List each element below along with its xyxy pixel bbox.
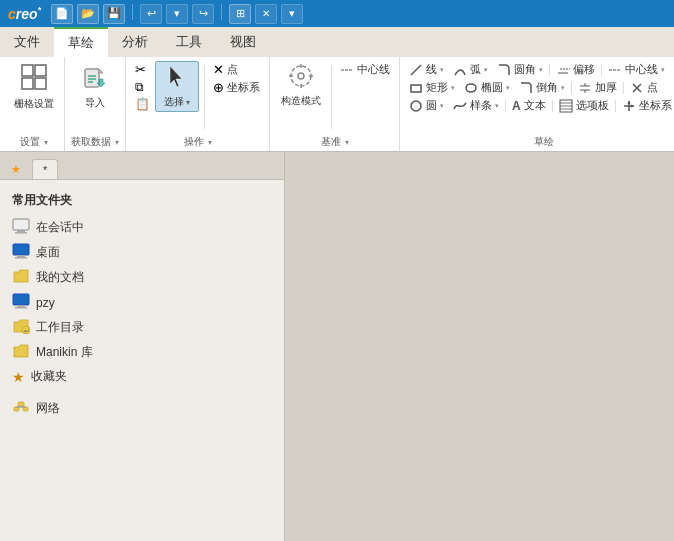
redo-button[interactable]: ↪ — [192, 4, 214, 24]
tab-label: * — [43, 164, 47, 176]
title-bar: creo* 📄 📂 💾 ↩ ▾ ↪ ⊞ ✕ ▾ — [0, 0, 674, 27]
ops-right-col: ✕ 点 ⊕ 坐标系 — [210, 61, 263, 96]
import-dropdown-arrow[interactable]: ▾ — [115, 138, 119, 147]
center-line2-icon — [608, 63, 622, 77]
circle3-button[interactable]: 圆 ▾ — [406, 97, 447, 114]
offset-button[interactable]: 偏移 — [553, 61, 598, 78]
center-line2-button[interactable]: 中心线 ▾ — [605, 61, 668, 78]
palette-button[interactable]: 选项板 — [556, 97, 612, 114]
ellipse-icon — [464, 81, 478, 95]
center-line-button[interactable]: 中心线 — [337, 61, 393, 78]
work-dir-icon: ↩ — [12, 318, 30, 337]
grid-settings-button[interactable]: 栅格设置 — [10, 61, 58, 113]
ribbon-group-ops: ✂ ⧉ 📋 选择 ▾ — [126, 57, 270, 151]
thicken-icon — [578, 81, 592, 95]
folder-session[interactable]: 在会话中 — [0, 215, 284, 240]
fillet-arrow[interactable]: ▾ — [539, 66, 543, 74]
sidebar-tab-star[interactable]: ★ — [0, 158, 32, 179]
point-icon: ✕ — [213, 62, 224, 77]
new-button[interactable]: 📄 — [51, 4, 73, 24]
menu-analysis[interactable]: 分析 — [108, 27, 162, 57]
ellipse-arrow[interactable]: ▾ — [506, 84, 510, 92]
folder-favorites[interactable]: ★ 收藏夹 — [0, 365, 284, 388]
chamfer-button[interactable]: 倒角 ▾ — [516, 79, 568, 96]
fillet-icon — [497, 63, 511, 77]
offset-icon — [556, 63, 570, 77]
svg-rect-47 — [23, 407, 28, 411]
point-button[interactable]: ✕ 点 — [210, 61, 263, 78]
menu-sketch[interactable]: 草绘 — [54, 27, 108, 57]
point3-button[interactable]: 点 — [627, 79, 661, 96]
coord3-icon — [622, 99, 636, 113]
select-icon — [166, 64, 188, 93]
thicken-button[interactable]: 加厚 — [575, 79, 620, 96]
folder-pzy[interactable]: pzy — [0, 290, 284, 315]
text-button[interactable]: A 文本 — [509, 97, 549, 114]
sidebar-tab-main[interactable]: * — [32, 159, 58, 179]
favorites-label: 收藏夹 — [31, 368, 67, 385]
svg-rect-39 — [17, 255, 25, 257]
circle3-arrow[interactable]: ▾ — [440, 102, 444, 110]
copy-button[interactable]: ⧉ — [132, 79, 153, 95]
network-item[interactable]: 网络 — [0, 396, 284, 421]
close-tab-button[interactable]: ✕ — [255, 4, 277, 24]
circle3-icon — [409, 99, 423, 113]
undo-button[interactable]: ↩ — [140, 4, 162, 24]
paste-button[interactable]: 📋 — [132, 96, 153, 112]
line-arrow[interactable]: ▾ — [440, 66, 444, 74]
sep6 — [552, 100, 553, 112]
grid-button[interactable]: ⊞ — [229, 4, 251, 24]
ops-small-col: ✂ ⧉ 📋 — [132, 61, 153, 112]
folder-my-docs[interactable]: 我的文档 — [0, 265, 284, 290]
menu-tools[interactable]: 工具 — [162, 27, 216, 57]
ops-sep — [204, 65, 205, 129]
settings-dropdown-arrow[interactable]: ▾ — [44, 138, 48, 147]
sidebar-content: 常用文件夹 在会话中 桌面 我的文档 pzy — [0, 180, 284, 429]
chamfer-arrow[interactable]: ▾ — [561, 84, 565, 92]
network-label: 网络 — [36, 400, 60, 417]
folder-work-dir[interactable]: ↩ 工作目录 — [0, 315, 284, 340]
base-dropdown-arrow[interactable]: ▾ — [345, 138, 349, 147]
import-button[interactable]: 导入 — [77, 61, 113, 112]
customize-button[interactable]: ▾ — [281, 4, 303, 24]
menu-bar: 文件 草绘 分析 工具 视图 — [0, 27, 674, 57]
manikin-icon — [12, 343, 30, 362]
spline-button[interactable]: 样条 ▾ — [450, 97, 502, 114]
arc-arrow[interactable]: ▾ — [484, 66, 488, 74]
undo-dropdown[interactable]: ▾ — [166, 4, 188, 24]
menu-view[interactable]: 视图 — [216, 27, 270, 57]
folder-manikin[interactable]: Manikin 库 — [0, 340, 284, 365]
svg-rect-2 — [22, 78, 33, 89]
ops-dropdown-arrow[interactable]: ▾ — [208, 138, 212, 147]
rect-button[interactable]: 矩形 ▾ — [406, 79, 458, 96]
line-icon — [409, 63, 423, 77]
sketch-group-label: 草绘 — [406, 135, 674, 149]
spline-arrow[interactable]: ▾ — [495, 102, 499, 110]
line-button[interactable]: 线 ▾ — [406, 61, 447, 78]
coord3-button[interactable]: 坐标系 ▾ — [619, 97, 674, 114]
save-button[interactable]: 💾 — [103, 4, 125, 24]
select-button[interactable]: 选择 ▾ — [155, 61, 199, 112]
cut-button[interactable]: ✂ — [132, 61, 153, 78]
select-arrow[interactable]: ▾ — [186, 98, 190, 107]
construct-mode-button[interactable]: 构造模式 — [276, 61, 326, 110]
center-line-icon — [340, 63, 354, 77]
svg-rect-38 — [13, 244, 29, 255]
ellipse-button[interactable]: 椭圆 ▾ — [461, 79, 513, 96]
palette-icon — [559, 99, 573, 113]
folder-desktop[interactable]: 桌面 — [0, 240, 284, 265]
coord-button[interactable]: ⊕ 坐标系 — [210, 79, 263, 96]
separator2 — [221, 4, 222, 20]
cl2-arrow[interactable]: ▾ — [661, 66, 665, 74]
menu-file[interactable]: 文件 — [0, 27, 54, 57]
svg-rect-35 — [13, 219, 29, 230]
fillet-button[interactable]: 圆角 ▾ — [494, 61, 546, 78]
arc-icon — [453, 63, 467, 77]
quick-access-toolbar: 📄 📂 💾 ↩ ▾ ↪ ⊞ ✕ ▾ — [51, 4, 303, 24]
grid-settings-label: 栅格设置 — [14, 97, 54, 111]
import-icon — [81, 63, 109, 94]
arc-button[interactable]: 弧 ▾ — [450, 61, 491, 78]
open-button[interactable]: 📂 — [77, 4, 99, 24]
rect-arrow[interactable]: ▾ — [451, 84, 455, 92]
coord-icon: ⊕ — [213, 80, 224, 95]
